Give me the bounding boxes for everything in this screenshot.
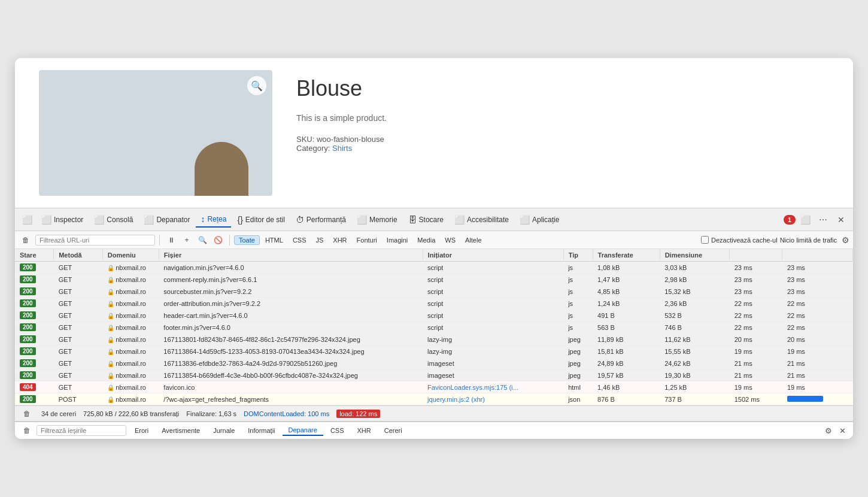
console-filter-input[interactable] (37, 425, 126, 436)
filter-js[interactable]: JS (312, 236, 328, 244)
col-type[interactable]: Tip (563, 249, 593, 262)
tab-console[interactable]: ⬜ Consolă (89, 213, 138, 227)
pause-btn[interactable]: ⏸ (164, 233, 178, 247)
transferred-cell: 19,57 kB (593, 369, 660, 381)
type-cell: js (563, 274, 593, 286)
filter-html[interactable]: HTML (261, 236, 287, 244)
table-row[interactable]: 200 GET 🔒nbxmail.ro 167113864-14d59cf5-1… (15, 346, 853, 357)
network-rows: 200 GET 🔒nbxmail.ro navigation.min.js?ve… (15, 262, 853, 405)
status-badge: 200 (20, 371, 36, 379)
filter-fonts[interactable]: Fonturi (353, 236, 381, 244)
category-link[interactable]: Shirts (332, 144, 352, 153)
settings-gear-icon[interactable]: ⚙ (842, 235, 849, 245)
console-tab-errors[interactable]: Erori (129, 426, 154, 435)
table-row[interactable]: 404 GET 🔒nbxmail.ro favicon.ico FaviconL… (15, 381, 853, 393)
table-row[interactable]: 200 POST 🔒nbxmail.ro /?wc-ajax=get_refre… (15, 393, 853, 405)
status-cell: 200 (15, 334, 54, 346)
time-cell: 1502 ms (730, 393, 782, 405)
col-status[interactable]: Stare (15, 249, 54, 262)
table-row[interactable]: 200 GET 🔒nbxmail.ro 167113836-efdbde32-7… (15, 357, 853, 369)
filter-images[interactable]: Imagini (383, 236, 412, 244)
transferred-cell: 876 B (593, 393, 660, 405)
tab-network[interactable]: ↕ Rețea (196, 212, 231, 228)
clear-console-btn[interactable]: 🗑 (20, 423, 34, 438)
filter-ws[interactable]: WS (441, 236, 460, 244)
table-row[interactable]: 200 GET 🔒nbxmail.ro header-cart.min.js?v… (15, 310, 853, 322)
error-badge[interactable]: 1 (784, 215, 796, 225)
network-table-header: Stare Metodă Domeniu Fișier Inițiator Ti… (15, 249, 853, 262)
initiator-link[interactable]: jquery.min.js:2 (xhr) (427, 396, 485, 403)
devtools-panel: ⬜ ⬜ Inspector ⬜ Consolă ⬜ Depanator ↕ Re… (15, 208, 853, 439)
table-row[interactable]: 200 GET 🔒nbxmail.ro navigation.min.js?ve… (15, 262, 853, 274)
tab-memory[interactable]: ⬜ Memorie (352, 213, 402, 227)
filter-media[interactable]: Media (413, 236, 439, 244)
cache-checkbox-label[interactable]: Dezactivează cache-ul (701, 236, 778, 244)
domain-cell: 🔒nbxmail.ro (102, 286, 159, 298)
size-info: 725,80 kB / 222,60 kB transferați (83, 410, 179, 417)
responsive-design-btn[interactable]: ⬜ (797, 211, 814, 228)
console-tab-xhr[interactable]: XHR (351, 426, 377, 435)
tab-storage[interactable]: 🗄 Stocare (403, 213, 448, 227)
console-tab-css[interactable]: CSS (324, 426, 350, 435)
more-tools-btn[interactable]: ⋯ (815, 211, 831, 228)
col-size[interactable]: Dimensiune (660, 249, 730, 262)
console-tab-logs[interactable]: Jurnale (207, 426, 241, 435)
debugger-icon: ⬜ (144, 215, 154, 225)
status-badge: 200 (20, 287, 36, 295)
console-tab-info[interactable]: Informații (242, 426, 281, 435)
console-close-btn[interactable]: ✕ (837, 425, 848, 437)
col-domain[interactable]: Domeniu (102, 249, 159, 262)
size-cell: 3,03 kB (660, 262, 730, 274)
lock-icon: 🔒 (107, 396, 114, 403)
console-tab-debug[interactable]: Depanare (283, 425, 323, 436)
console-settings-btn[interactable]: ⚙ (823, 425, 834, 437)
transferred-cell: 24,89 kB (593, 357, 660, 369)
transferred-cell: 1,08 kB (593, 262, 660, 274)
add-filter-btn[interactable]: + (180, 233, 194, 247)
filter-css[interactable]: CSS (289, 236, 311, 244)
col-time[interactable] (730, 249, 782, 262)
col-method[interactable]: Metodă (54, 249, 103, 262)
block-btn[interactable]: 🚫 (211, 233, 225, 247)
tab-style-editor[interactable]: {} Editor de stil (232, 213, 289, 227)
table-row[interactable]: 200 GET 🔒nbxmail.ro 167113801-fd8243b7-8… (15, 334, 853, 346)
tab-performance[interactable]: ⏱ Performanță (291, 213, 351, 227)
col-initiator[interactable]: Inițiator (423, 249, 563, 262)
col-transferred[interactable]: Transferate (593, 249, 660, 262)
table-row[interactable]: 200 GET 🔒nbxmail.ro footer.min.js?ver=4.… (15, 322, 853, 334)
zoom-icon[interactable]: 🔍 (247, 76, 266, 95)
url-filter-input[interactable] (35, 235, 155, 246)
dom-content-loaded-timing[interactable]: DOMContentLoaded: 100 ms (244, 410, 329, 417)
close-devtools-btn[interactable]: ✕ (833, 211, 849, 228)
console-tab-warnings[interactable]: Avertismente (156, 426, 206, 435)
console-tab-requests[interactable]: Cereri (378, 426, 408, 435)
method-cell: GET (54, 310, 103, 322)
network-icon: ↕ (201, 214, 205, 224)
type-cell: js (563, 310, 593, 322)
initiator-link[interactable]: FaviconLoader.sys.mjs:175 (i... (427, 384, 518, 391)
method-cell: GET (54, 357, 103, 369)
cache-checkbox-input[interactable] (701, 236, 709, 244)
filter-others[interactable]: Altele (461, 236, 486, 244)
filter-xhr[interactable]: XHR (329, 236, 351, 244)
tab-application[interactable]: ⬜ Aplicație (515, 213, 564, 227)
table-row[interactable]: 200 GET 🔒nbxmail.ro sourcebuster.min.js?… (15, 286, 853, 298)
table-row[interactable]: 200 GET 🔒nbxmail.ro 167113854-b669deff-4… (15, 369, 853, 381)
table-row[interactable]: 200 GET 🔒nbxmail.ro order-attribution.mi… (15, 298, 853, 310)
console-bar: 🗑 Erori Avertismente Jurnale Informații … (15, 421, 853, 439)
search-btn[interactable]: 🔍 (195, 233, 210, 247)
devtools-dock-btn[interactable]: ⬜ (19, 211, 35, 228)
clear-network-btn[interactable]: 🗑 (19, 233, 33, 247)
tab-accessibility[interactable]: ⬜ Accesibilitate (450, 213, 514, 227)
status-cell: 404 (15, 381, 54, 393)
filter-all[interactable]: Toate (234, 235, 260, 245)
tab-inspector[interactable]: ⬜ Inspector (37, 213, 88, 227)
col-file[interactable]: Fișier (159, 249, 423, 262)
product-description: This is a simple product. (296, 113, 829, 123)
table-row[interactable]: 200 GET 🔒nbxmail.ro comment-reply.min.js… (15, 274, 853, 286)
clear-status-btn[interactable]: 🗑 (20, 407, 34, 421)
requests-count: 34 de cereri (41, 410, 76, 417)
tab-debugger[interactable]: ⬜ Depanator (139, 213, 195, 227)
network-table-container[interactable]: Stare Metodă Domeniu Fișier Inițiator Ti… (15, 249, 853, 405)
waterfall-cell: 21 ms (782, 369, 853, 381)
